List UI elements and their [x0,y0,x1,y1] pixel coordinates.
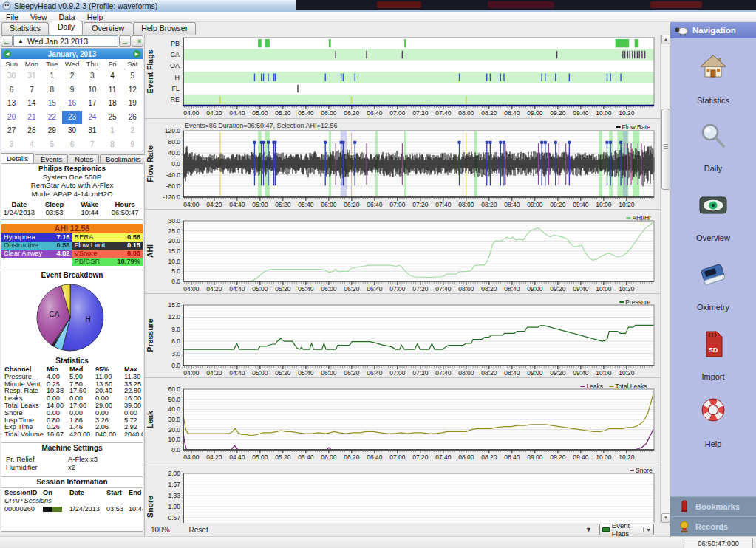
nav-item-import[interactable]: SDImport [670,328,756,381]
menu-view[interactable]: View [24,13,53,21]
calendar-day[interactable]: 14 [21,97,41,111]
calendar-day[interactable]: 17 [82,97,102,111]
next-day-button[interactable]: → [119,35,131,47]
nav-item-oximetry[interactable]: Oximetry [670,258,756,312]
chart-leak[interactable]: 60.050.040.030.020.010.00.004:0004:2004:… [145,380,660,462]
calendar-day[interactable]: 28 [21,124,41,138]
calendar-day[interactable]: 25 [102,111,122,125]
calendar-day[interactable]: 9 [123,138,143,152]
nav-item-statistics[interactable]: Statistics [670,52,756,105]
machine-info-line: Mode: APAP 4-14cmH2O [1,190,143,199]
calendar-day[interactable]: 31 [21,69,41,83]
details-tab-events[interactable]: Events [35,154,68,163]
calendar-day[interactable]: 21 [21,111,41,125]
calendar-day[interactable]: 13 [1,97,21,111]
calendar-next-month-icon[interactable]: ▶ [133,50,140,58]
svg-text:07:20: 07:20 [412,369,429,377]
tab-daily[interactable]: Daily [50,21,83,35]
tab-overview[interactable]: Overview [84,22,132,35]
nav-item-help[interactable]: Help [670,395,756,448]
nav-item-daily[interactable]: Daily [670,120,756,173]
collapse-calendar-icon: ▲ [18,38,24,44]
calendar-day[interactable]: 24 [82,111,102,125]
calendar-day[interactable]: 9 [62,83,82,97]
menu-data[interactable]: Data [53,13,81,21]
calendar-day[interactable]: 10 [82,83,102,97]
calendar-day[interactable]: 5 [42,138,62,152]
tab-statistics[interactable]: Statistics [1,22,49,35]
scrollbar-thumb[interactable] [661,109,670,190]
chart-snore[interactable]: 2.001.671.331.000.67SnoreSnore [145,465,660,523]
previous-day-button[interactable]: ← [1,35,13,47]
nav-footer-label: Bookmarks [695,502,740,511]
details-tab-bookmarks[interactable]: Bookmarks [100,154,147,163]
calendar-day[interactable]: 8 [42,83,62,97]
stats-cell: 2040.00 [124,431,143,439]
calendar-day[interactable]: 7 [21,83,41,97]
scroll-down-icon[interactable]: ▼ [661,513,670,523]
calendar-day[interactable]: 30 [1,69,21,83]
calendar-day[interactable]: 11 [102,83,122,97]
summary-header: Date [1,200,37,208]
calendar-day[interactable]: 19 [123,97,143,111]
menu-file[interactable]: File [0,13,24,21]
nav-footer-bookmarks[interactable]: Bookmarks [670,496,756,516]
calendar-day[interactable]: 2 [62,69,82,83]
svg-text:09:20: 09:20 [550,453,566,461]
event-flags-dropdown[interactable]: Event Flags ▼ [599,524,654,535]
session-date: 1/24/2013 [69,505,106,513]
calendar-day[interactable]: 30 [62,124,82,138]
details-tab-details[interactable]: Details [1,153,34,163]
calendar-day[interactable]: 6 [1,83,21,97]
svg-text:08:20: 08:20 [481,285,497,292]
svg-text:FL: FL [171,85,180,92]
calendar-day[interactable]: 29 [42,124,62,138]
svg-text:09:40: 09:40 [573,201,589,208]
calendar-day[interactable]: 5 [123,69,143,83]
scroll-up-icon[interactable]: ▲ [661,35,670,44]
svg-text:SD: SD [709,346,718,354]
svg-text:60.0: 60.0 [168,386,180,393]
calendar-day[interactable]: 31 [82,124,102,138]
pin-dropdown-icon[interactable]: ▼ [578,526,599,533]
nav-item-label: Import [670,372,756,381]
calendar-day[interactable]: 15 [42,97,62,111]
calendar-day[interactable]: 27 [1,124,21,138]
vertical-scrollbar[interactable]: ▲ ▼ [660,35,670,523]
calendar-day[interactable]: 6 [62,138,82,152]
tab-help-browser[interactable]: Help Browser [133,22,196,35]
chart-ahi[interactable]: 30.025.020.015.010.05.00.004:0004:2004:4… [145,212,660,294]
calendar-day[interactable]: 16 [62,97,82,111]
calendar-day[interactable]: 7 [82,138,102,152]
calendar-day[interactable]: 12 [123,83,143,97]
calendar-day[interactable]: 18 [102,97,122,111]
calendar-day[interactable]: 4 [21,138,41,152]
reset-zoom-button[interactable]: Reset [189,526,208,534]
calendar-day[interactable]: 8 [102,138,122,152]
calendar-day-selected[interactable]: 23 [62,111,82,125]
nav-footer-records[interactable]: Records [670,516,756,536]
nav-item-overview[interactable]: Overview [670,189,756,242]
calendar-day[interactable]: 20 [1,111,21,125]
calendar-prev-month-icon[interactable]: ◀ [4,50,11,58]
calendar-day[interactable]: 22 [42,111,62,125]
latest-day-button[interactable]: ⇥ [132,35,143,47]
pbcsr-spacer [1,258,72,266]
chart-event_flags[interactable]: PBCAOAHFLRE04:0004:2004:4005:0005:2005:4… [145,35,660,119]
session-information-title: Session Information [1,476,143,487]
calendar-day[interactable]: 4 [102,69,122,83]
calendar-day[interactable]: 26 [123,111,143,125]
chart-flow_rate[interactable]: 120.080.040.00.0-40.0-80.0-120.004:0004:… [145,121,660,210]
calendar-day[interactable]: 1 [42,69,62,83]
date-selector-combo[interactable]: ▲ Wed Jan 23 2013 [13,35,118,47]
menu-help[interactable]: Help [81,13,109,21]
calendar-day[interactable]: 2 [123,124,143,138]
calendar-day[interactable]: 3 [82,69,102,83]
life-ring-icon [697,395,729,428]
chart-pressure[interactable]: 15.012.09.06.03.00.004:0004:2004:4005:00… [145,296,660,378]
session-id[interactable]: 00000260 [4,505,43,513]
calendar-day[interactable]: 3 [1,138,21,152]
details-tab-notes[interactable]: Notes [69,154,99,163]
calendar-day[interactable]: 1 [102,124,122,138]
svg-text:04:40: 04:40 [229,453,245,461]
